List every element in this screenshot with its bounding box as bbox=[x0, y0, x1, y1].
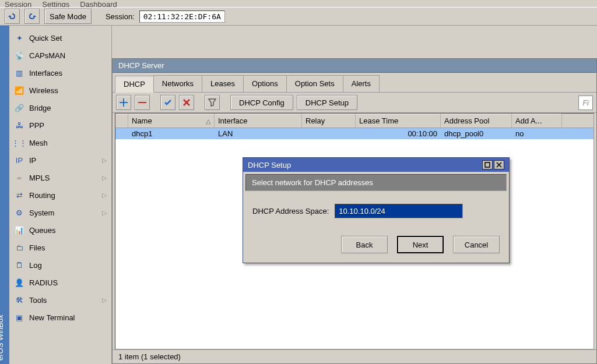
sidebar-item-log[interactable]: 🗒Log bbox=[9, 256, 111, 274]
sidebar-item-label: IP bbox=[29, 156, 36, 165]
log-icon: 🗒 bbox=[14, 260, 24, 270]
sidebar-item-label: MPLS bbox=[29, 174, 50, 182]
sidebar-item-queues[interactable]: 📊Queues bbox=[9, 221, 111, 239]
disable-button[interactable] bbox=[179, 95, 194, 110]
sidebar-item-quickset[interactable]: ✦Quick Set bbox=[9, 29, 111, 47]
tab-optionsets[interactable]: Option Sets bbox=[286, 75, 343, 92]
dialog-buttons: Back Next Cancel bbox=[243, 221, 509, 263]
tab-dhcp[interactable]: DHCP bbox=[115, 76, 154, 93]
redo-button[interactable] bbox=[24, 9, 40, 24]
sidebar-item-label: Tools bbox=[29, 296, 47, 305]
radius-icon: 👤 bbox=[14, 277, 24, 288]
sidebar-item-bridge[interactable]: 🔗Bridge bbox=[9, 99, 111, 116]
enable-button[interactable] bbox=[160, 95, 175, 110]
minus-icon bbox=[138, 98, 146, 107]
check-icon bbox=[164, 98, 172, 107]
menu-dashboard[interactable]: Dashboard bbox=[80, 0, 117, 7]
table-header-addarp[interactable]: Add A... bbox=[512, 114, 562, 128]
window-toolbar: DHCP Config DHCP Setup Fi bbox=[113, 93, 596, 113]
dhcp-config-button[interactable]: DHCP Config bbox=[230, 95, 293, 110]
cell-addarp: no bbox=[512, 128, 562, 139]
window-title: DHCP Server bbox=[113, 59, 596, 73]
menu-session[interactable]: Session bbox=[5, 0, 31, 7]
cell-interface: LAN bbox=[215, 128, 302, 139]
back-button[interactable]: Back bbox=[341, 236, 388, 253]
bridge-icon: 🔗 bbox=[14, 103, 24, 113]
cell-pool: dhcp_pool0 bbox=[441, 128, 512, 139]
dialog-titlebar[interactable]: DHCP Setup bbox=[243, 158, 509, 172]
safe-mode-button[interactable]: Safe Mode bbox=[44, 9, 92, 24]
find-input[interactable]: Fi bbox=[578, 96, 593, 110]
session-value: 02:11:32:2E:DF:6A bbox=[139, 10, 225, 23]
sidebar-item-label: Interfaces bbox=[29, 69, 62, 77]
table-header-relay[interactable]: Relay bbox=[302, 114, 356, 128]
dialog-maximize-button[interactable] bbox=[482, 160, 493, 169]
sidebar-item-ip[interactable]: IPIP▷ bbox=[9, 151, 111, 169]
table-header: Name△ Interface Relay Lease Time Address… bbox=[115, 114, 594, 128]
add-button[interactable] bbox=[116, 95, 131, 110]
tab-networks[interactable]: Networks bbox=[153, 75, 202, 92]
undo-button[interactable] bbox=[5, 9, 20, 24]
cancel-button[interactable]: Cancel bbox=[453, 236, 500, 253]
sidebar-item-interfaces[interactable]: ▥Interfaces bbox=[9, 64, 111, 82]
sidebar-item-capsman[interactable]: 📡CAPsMAN bbox=[9, 47, 111, 64]
sidebar-item-label: Mesh bbox=[29, 139, 48, 147]
sidebar-item-label: Routing bbox=[29, 191, 55, 200]
sidebar-item-system[interactable]: ⚙System▷ bbox=[9, 204, 111, 221]
cell-lease: 00:10:00 bbox=[356, 128, 441, 139]
tower-icon: 📡 bbox=[14, 50, 24, 61]
sidebar-item-wireless[interactable]: 📶Wireless bbox=[9, 82, 111, 99]
sidebar-item-files[interactable]: 🗀Files bbox=[9, 239, 111, 256]
x-icon bbox=[182, 98, 191, 107]
table-header-name[interactable]: Name△ bbox=[128, 114, 215, 128]
terminal-icon: ▣ bbox=[14, 312, 24, 323]
tools-icon: 🛠 bbox=[14, 295, 24, 305]
tab-leases[interactable]: Leases bbox=[202, 75, 244, 92]
chevron-right-icon: ▷ bbox=[102, 192, 107, 199]
sidebar-item-mesh[interactable]: ⋮⋮Mesh bbox=[9, 134, 111, 151]
svg-rect-1 bbox=[485, 162, 490, 167]
filter-button[interactable] bbox=[205, 95, 220, 110]
main-toolbar: Safe Mode Session: 02:11:32:2E:DF:6A bbox=[0, 7, 597, 26]
tab-options[interactable]: Options bbox=[243, 75, 287, 92]
chevron-right-icon: ▷ bbox=[102, 174, 107, 182]
sidebar-item-terminal[interactable]: ▣New Terminal bbox=[9, 309, 111, 326]
sidebar-item-label: Log bbox=[29, 261, 42, 270]
sidebar-item-label: CAPsMAN bbox=[29, 51, 65, 60]
sidebar-item-label: Quick Set bbox=[29, 34, 62, 43]
dhcp-setup-dialog: DHCP Setup Select network for DHCP addre… bbox=[243, 157, 510, 263]
sidebar-item-ppp[interactable]: 🖧PPP bbox=[9, 116, 111, 134]
dhcp-setup-button[interactable]: DHCP Setup bbox=[297, 95, 357, 110]
wifi-icon: 📶 bbox=[14, 85, 24, 96]
table-row[interactable]: dhcp1 LAN 00:10:00 dhcp_pool0 no bbox=[115, 128, 594, 139]
sidebar-item-tools[interactable]: 🛠Tools▷ bbox=[9, 291, 111, 309]
sidebar-item-radius[interactable]: 👤RADIUS bbox=[9, 274, 111, 291]
menu-settings[interactable]: Settings bbox=[42, 0, 69, 7]
sidebar-item-label: System bbox=[29, 208, 54, 217]
branding-strip: erOS WinBox bbox=[0, 26, 9, 364]
cell-flag bbox=[115, 128, 128, 139]
magic-wand-icon: ✦ bbox=[14, 33, 24, 43]
table-header-pool[interactable]: Address Pool bbox=[441, 114, 512, 128]
ports-icon: ▥ bbox=[14, 68, 24, 78]
table-header-interface[interactable]: Interface bbox=[215, 114, 302, 128]
address-space-input[interactable] bbox=[335, 204, 463, 218]
undo-icon bbox=[8, 12, 17, 21]
remove-button[interactable] bbox=[135, 95, 150, 110]
table-header-lease[interactable]: Lease Time bbox=[356, 114, 441, 128]
cell-relay bbox=[302, 128, 356, 139]
tab-alerts[interactable]: Alerts bbox=[343, 75, 380, 92]
sidebar-item-label: New Terminal bbox=[29, 313, 75, 322]
dialog-close-button[interactable] bbox=[494, 160, 504, 169]
next-button[interactable]: Next bbox=[397, 236, 444, 253]
files-icon: 🗀 bbox=[14, 242, 24, 253]
sidebar-item-mpls[interactable]: ⎓MPLS▷ bbox=[9, 169, 111, 186]
ppp-icon: 🖧 bbox=[14, 120, 24, 130]
sidebar-item-routing[interactable]: ⇄Routing▷ bbox=[9, 186, 111, 204]
sidebar: ✦Quick Set 📡CAPsMAN ▥Interfaces 📶Wireles… bbox=[9, 26, 112, 364]
table-header-flag[interactable] bbox=[115, 114, 128, 128]
sidebar-item-label: Queues bbox=[29, 226, 56, 235]
cell-name: dhcp1 bbox=[128, 128, 215, 139]
routing-icon: ⇄ bbox=[14, 190, 24, 200]
session-label: Session: bbox=[106, 12, 135, 21]
